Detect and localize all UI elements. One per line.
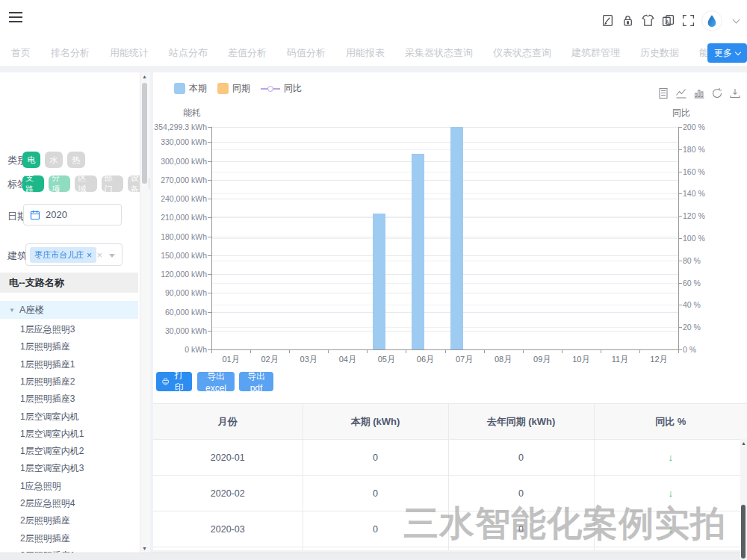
tree-node-0[interactable]: 1层应急照明3 [0,321,138,338]
tag-button-3[interactable]: 部门 [102,175,123,192]
bar-chart-toggle-icon[interactable] [693,87,705,99]
table-scroll-thumb[interactable] [741,505,746,559]
category-button-1[interactable]: 水 [45,152,63,168]
x-axis-tick [289,350,290,353]
tab-3[interactable]: 站点分布 [169,41,208,66]
right-axis-tick-label: 20 % [683,323,701,332]
gridline-left [212,199,678,199]
gridline-left [212,127,678,128]
x-axis-tick-label: 02月 [247,354,292,365]
x-axis-tick-label: 10月 [559,354,604,365]
refresh-icon[interactable] [711,87,723,99]
tree-node-2[interactable]: 1层照明插座1 [0,356,138,373]
fullscreen-icon[interactable] [681,14,695,28]
tree-node-10[interactable]: 2层应急照明4 [0,495,138,512]
print-button[interactable]: 打印 [156,372,192,391]
chart-toolbox [657,87,741,99]
category-button-0[interactable]: 电 [22,152,40,168]
tab-8[interactable]: 仪表状态查询 [493,41,551,66]
category-button-2[interactable]: 热 [67,152,85,168]
tab-5[interactable]: 码值分析 [287,41,326,66]
scroll-up-icon[interactable]: ▲ [140,74,149,79]
right-axis-tick-label: 80 % [683,256,701,265]
gridline-left [212,142,678,143]
tab-4[interactable]: 差值分析 [228,41,267,66]
tree-node-6[interactable]: 1层空调室内机1 [0,426,138,443]
save-image-icon[interactable] [729,87,741,99]
sidebar-scrollbar[interactable]: ▲ ▼ [140,72,149,553]
table-body: 2020-0100↓2020-0200↓2020-0300↓2020-0400↓ [153,440,747,551]
tag-button-1[interactable]: 分项 [49,175,70,192]
building-tag-close-icon[interactable]: × [87,250,92,261]
menu-hamburger-icon[interactable] [9,12,22,22]
export-pdf-button[interactable]: 导出pdf [239,372,273,391]
tree-node-9[interactable]: 1应急照明 [0,478,138,495]
tab-10[interactable]: 历史数据 [640,41,679,66]
tab-6[interactable]: 用能报表 [346,41,385,66]
print-button-label: 打印 [172,369,186,394]
scroll-down-icon[interactable]: ▼ [140,546,149,551]
yoy-down-arrow-icon: ↓ [669,488,674,499]
lock-icon[interactable] [621,14,634,28]
tree-node-8[interactable]: 1层空调室内机3 [0,460,138,477]
line-chart-toggle-icon[interactable] [675,87,687,99]
building-select[interactable]: 枣庄市台儿庄 × × [25,243,123,266]
date-input[interactable]: 2020 [23,204,122,225]
x-axis-tick [367,350,368,353]
horizontal-scrollbar[interactable] [0,553,747,560]
tab-2[interactable]: 用能统计 [110,41,149,66]
gridline-right [212,172,678,172]
x-axis-tick [523,350,524,353]
right-axis-tick-label: 120 % [683,211,705,220]
tree-collapse-caret-icon[interactable]: ▼ [9,307,15,314]
more-tabs-button[interactable]: 更多 [707,43,747,63]
table-scroll-up-icon[interactable]: ▲ [740,441,747,446]
left-axis-tick-label: 0 kWh [153,345,207,354]
legend-item-0[interactable]: 本期 [174,82,207,95]
table-header-row: 月份本期 (kWh)去年同期 (kWh)同比 % [153,404,747,440]
tag-button-0[interactable]: 支路 [22,175,44,192]
gridline-left [212,180,678,181]
tag-button-2[interactable]: 区域 [75,175,96,192]
right-axis-tick-label: 0 % [683,345,696,354]
tree-node-13[interactable]: 2层照明插座1 [0,547,138,553]
export-excel-button[interactable]: 导出excel [197,372,235,391]
left-axis-tick-label: 270,000 kWh [153,175,207,184]
x-axis-tick-label: 01月 [208,354,253,365]
translate-icon[interactable]: A [661,14,675,28]
tree-node-5[interactable]: 1层空调室内机 [0,408,138,426]
tab-0[interactable]: 首页 [11,41,31,66]
tree-node-3[interactable]: 1层照明插座2 [0,373,138,391]
tab-7[interactable]: 采集器状态查询 [405,41,473,66]
gridline-left [212,161,678,162]
legend-square-icon [217,83,229,94]
tree-node-1[interactable]: 1层照明插座 [0,338,138,355]
legend-label: 本期 [189,82,207,95]
theme-shirt-icon[interactable] [641,14,654,28]
sidebar-scroll-thumb[interactable] [142,83,147,184]
header-chevron-down-icon[interactable] [729,14,743,28]
building-clear-icon[interactable]: × [96,249,102,261]
calendar-icon [30,210,40,220]
x-axis-tick [328,350,329,353]
legend-item-2[interactable]: 同比 [261,82,302,95]
tab-1[interactable]: 排名分析 [51,41,90,66]
tree-node-11[interactable]: 2层照明插座 [0,512,138,529]
user-avatar-logo[interactable] [701,10,722,31]
main-content-card: 本期同期同比 能耗 同比 0 %20 %40 %60 %80 %100 %120… [153,72,747,550]
category-options: 电水热 [22,152,85,168]
tree-node-4[interactable]: 1层照明插座3 [0,391,138,408]
tree-node-root[interactable]: ▼ A座楼 [0,301,138,319]
tree-node-7[interactable]: 1层空调室内机2 [0,443,138,460]
legend-item-1[interactable]: 同期 [217,82,250,95]
gridline-left [212,255,678,256]
edit-note-icon[interactable] [601,14,614,28]
tree-node-12[interactable]: 2层照明插座 [0,530,138,547]
table-cell-yoy: ↓ [594,547,747,551]
x-axis-tick [678,350,679,353]
tab-9[interactable]: 建筑群管理 [571,41,620,66]
right-axis-tick-label: 40 % [683,300,701,309]
bar-07月 [450,127,463,349]
table-scrollbar[interactable]: ▲ [740,439,747,560]
data-view-icon[interactable] [657,87,669,99]
